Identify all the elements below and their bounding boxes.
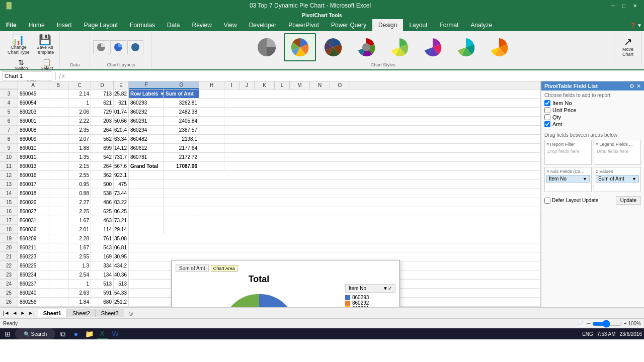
start-button[interactable]: ⊞ (2, 328, 13, 339)
cell-B17[interactable] (48, 216, 68, 225)
cell-G14[interactable] (164, 189, 199, 198)
cell-D13[interactable]: 500 (91, 180, 114, 189)
cell-F13[interactable] (129, 180, 164, 189)
task-view-icon[interactable]: ⧉ (57, 328, 68, 339)
cell-H9[interactable] (199, 144, 224, 152)
cell-C10[interactable]: 1.35 (68, 153, 91, 161)
sheet-tab-3[interactable]: Sheet3 (96, 309, 124, 317)
add-sheet-button[interactable]: ☺ (124, 309, 137, 317)
cell-F3-pivot-header[interactable]: Row Labels ▼ (129, 89, 164, 98)
cell-F4[interactable]: 860293 (129, 99, 164, 107)
minimize-button[interactable]: ─ (608, 2, 618, 9)
sheet-nav-prev[interactable]: ◄ (12, 310, 19, 316)
cell-A16[interactable]: 860027 (18, 207, 48, 216)
cell-G4[interactable]: 3262.81 (164, 99, 199, 107)
cell-C26[interactable]: 1.84 (68, 298, 91, 306)
cell-D4[interactable]: 621 (91, 99, 114, 107)
chart-style-2[interactable] (284, 33, 316, 61)
cell-B11[interactable] (48, 162, 68, 170)
cell-E22[interactable]: 434.2 (114, 261, 129, 270)
cell-C7[interactable]: 2.35 (68, 126, 91, 134)
cell-A25[interactable]: 860240 (18, 289, 48, 297)
cell-E8[interactable]: 1163.34 (114, 135, 129, 143)
cell-A19[interactable]: 860209 (18, 234, 48, 243)
chart-style-7[interactable] (450, 33, 482, 61)
cell-E21[interactable]: 430.95 (114, 252, 129, 261)
layout-2[interactable] (110, 40, 126, 54)
legend-filter-header[interactable]: Item No ▼✓ (345, 284, 395, 293)
cell-H6[interactable] (199, 117, 224, 125)
cell-A8[interactable]: 860009 (18, 135, 48, 143)
cell-D15[interactable]: 486 (91, 198, 114, 207)
legend-fields-area[interactable]: ≡ Legend Fields ... Drop fields here (594, 140, 641, 165)
chart-container[interactable]: Sum of Amt Chart Area Total (171, 260, 400, 307)
cell-A9[interactable]: 860010 (18, 144, 48, 152)
maximize-button[interactable]: □ (619, 2, 629, 9)
cell-C22[interactable]: 1.3 (68, 261, 91, 270)
cell-F12[interactable] (129, 171, 164, 179)
cell-B26[interactable] (48, 298, 68, 306)
cell-E11[interactable]: 567.6 (114, 162, 129, 170)
cell-D11[interactable]: 264 (91, 162, 114, 170)
cell-B23[interactable] (48, 270, 68, 279)
field-checkbox-amt[interactable] (544, 121, 550, 127)
chart-style-5[interactable] (383, 33, 416, 61)
update-button[interactable]: Update (616, 196, 641, 205)
cell-A18[interactable]: 860036 (18, 225, 48, 234)
cell-C19[interactable]: 2.28 (68, 234, 91, 243)
cell-C17[interactable]: 1.67 (68, 216, 91, 225)
cell-F18[interactable] (129, 225, 164, 234)
cell-A5[interactable]: 860203 (18, 108, 48, 116)
cell-G5[interactable]: 2482.38 (164, 108, 199, 116)
cell-F10[interactable]: 860781 (129, 153, 164, 161)
report-filter-area[interactable]: ≡ Report Filter Drop fields here (544, 140, 592, 165)
cell-D17[interactable]: 463 (91, 216, 114, 225)
cell-C11[interactable]: 2.15 (68, 162, 91, 170)
cell-B6[interactable] (48, 117, 68, 125)
cell-A7[interactable]: 860008 (18, 126, 48, 134)
change-chart-type-button[interactable]: 📊 ChangeChart Type (5, 33, 32, 56)
chart-style-8[interactable] (483, 33, 515, 61)
cell-A11[interactable]: 860013 (18, 162, 48, 170)
cell-C16[interactable]: 2.25 (68, 207, 91, 216)
tab-insert[interactable]: Insert (51, 19, 78, 31)
field-checkbox-itemno[interactable] (544, 100, 550, 106)
cell-F6[interactable]: 860291 (129, 117, 164, 125)
expand-ribbon-icon[interactable]: ▼ (637, 23, 642, 28)
cell-F9[interactable]: 860612 (129, 144, 164, 152)
excel-app-icon[interactable]: X (97, 328, 108, 339)
pie-slice-860293[interactable] (259, 294, 291, 307)
cell-C8[interactable]: 2.07 (68, 135, 91, 143)
cell-D19[interactable]: 761 (91, 234, 114, 243)
tab-layout[interactable]: Layout (403, 19, 433, 31)
tab-view[interactable]: View (218, 19, 243, 31)
cell-D7[interactable]: 264 (91, 126, 114, 134)
axis-item-dropdown[interactable]: ▼ (583, 176, 587, 182)
cell-A3[interactable]: 860045 (18, 89, 48, 98)
cell-C18[interactable]: 2.01 (68, 225, 91, 234)
chart-style-3[interactable] (317, 33, 349, 61)
cell-D25[interactable]: 591 (91, 289, 114, 297)
cell-G15[interactable] (164, 198, 199, 207)
cell-F14[interactable] (129, 189, 164, 198)
cell-F15[interactable] (129, 198, 164, 207)
tab-developer[interactable]: Developer (243, 19, 283, 31)
sheet-nav-first[interactable]: |◄ (2, 310, 11, 316)
cell-B7[interactable] (48, 126, 68, 134)
chart-style-1[interactable] (251, 33, 283, 61)
values-item-amt[interactable]: Sum of Amt ▼ (596, 175, 639, 183)
chart-style-6[interactable] (417, 33, 449, 61)
cell-C9[interactable]: 1.88 (68, 144, 91, 152)
cell-B20[interactable] (48, 243, 68, 252)
zoom-out-icon[interactable]: ─ (587, 321, 590, 326)
word-icon[interactable]: W (110, 328, 121, 339)
cell-A22[interactable]: 860225 (18, 261, 48, 270)
cell-D27[interactable]: 245 (91, 307, 114, 307)
cell-D23[interactable]: 134 (91, 270, 114, 279)
sheet-nav-last[interactable]: ►| (27, 310, 36, 316)
cell-E25[interactable]: 1554.33 (114, 289, 129, 297)
cell-E6[interactable]: 450.66 (114, 117, 129, 125)
cell-H8[interactable] (199, 135, 224, 143)
cell-D12[interactable]: 362 (91, 171, 114, 179)
cell-E9[interactable]: 1314.12 (114, 144, 129, 152)
